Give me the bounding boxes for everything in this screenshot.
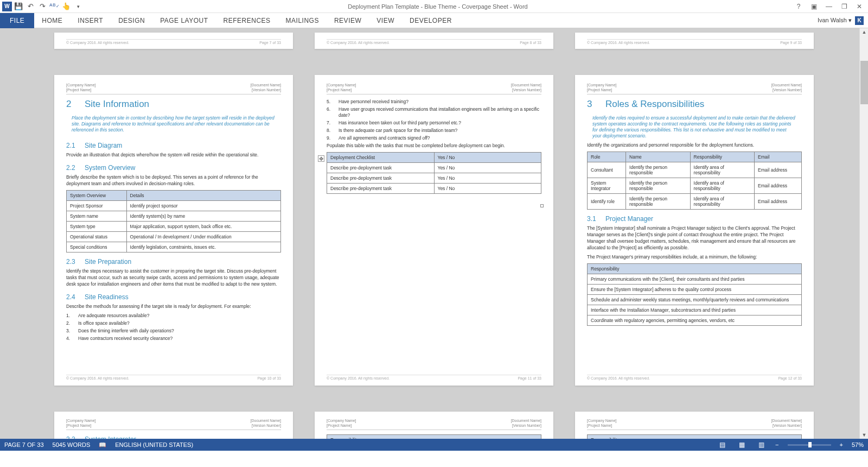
body-text: Provide an illustration that depicts whe…: [66, 152, 281, 159]
page-13-stub[interactable]: [Company Name][Project Name][Document Na…: [54, 412, 293, 439]
scroll-thumb[interactable]: [860, 61, 868, 104]
undo-button[interactable]: ↶: [25, 1, 36, 12]
page-15-stub[interactable]: [Company Name][Project Name][Document Na…: [575, 412, 814, 439]
web-layout-icon[interactable]: ▥: [756, 440, 767, 450]
roles-table[interactable]: RoleNameResponsibilityEmail ConsultantId…: [587, 152, 802, 210]
scroll-down-icon[interactable]: ▼: [860, 431, 868, 439]
body-text: The Project Manager's primary responsibi…: [587, 254, 802, 261]
ribbon-options-icon[interactable]: ▣: [807, 1, 820, 12]
tab-references[interactable]: REFERENCES: [216, 13, 278, 28]
page-stub-8: © Company 2016. All rights reserved.Page…: [315, 33, 553, 49]
user-avatar[interactable]: K: [855, 16, 864, 25]
system-overview-table[interactable]: System OverviewDetails Project SponsorId…: [66, 190, 281, 253]
page-count[interactable]: PAGE 7 OF 33: [4, 441, 44, 448]
tab-view[interactable]: VIEW: [369, 13, 402, 28]
page-11[interactable]: [Company Name][Project Name][Document Na…: [315, 75, 553, 386]
maximize-icon[interactable]: ❐: [838, 1, 851, 12]
scroll-up-icon[interactable]: ▲: [860, 28, 868, 36]
pm-responsibility-table[interactable]: Responsibility Primary communications wi…: [587, 263, 802, 326]
body-text: Populate this table with the tasks that …: [327, 143, 541, 149]
heading-project-manager: 3.1Project Manager: [587, 215, 802, 223]
close-icon[interactable]: ✕: [853, 1, 866, 12]
save-button[interactable]: 💾: [13, 1, 24, 12]
heading-site-diagram: 2.1Site Diagram: [66, 142, 281, 149]
heading-site-readiness: 2.4Site Readiness: [66, 293, 281, 301]
zoom-in-button[interactable]: +: [840, 441, 843, 448]
heading-system-overview: 2.2System Overview: [66, 164, 281, 172]
qat-customize-icon[interactable]: ▾: [73, 1, 84, 12]
body-text: Describe the methods for assessing if th…: [66, 304, 281, 310]
status-bar: PAGE 7 OF 33 5045 WORDS 📖 ENGLISH (UNITE…: [0, 439, 868, 451]
zoom-out-button[interactable]: −: [775, 441, 778, 448]
help-icon[interactable]: ?: [792, 1, 805, 12]
tab-page-layout[interactable]: PAGE LAYOUT: [152, 13, 215, 28]
intro-text: Place the deployment site in context by …: [66, 114, 281, 136]
tab-developer[interactable]: DEVELOPER: [402, 13, 459, 28]
print-layout-icon[interactable]: ▦: [736, 440, 747, 450]
readiness-list-cont: 5.Have personnel received training? 6.Ha…: [327, 99, 541, 141]
readiness-list: 1.Are adequate resources available? 2.Is…: [66, 313, 281, 342]
body-text: Briefly describe the system which is to …: [66, 174, 281, 187]
user-name[interactable]: Ivan Walsh ▾: [818, 17, 852, 24]
spellcheck-button[interactable]: ᴬᴮ✓: [49, 1, 60, 12]
redo-button[interactable]: ↷: [37, 1, 48, 12]
ribbon-tabs: FILE HOME INSERT DESIGN PAGE LAYOUT REFE…: [0, 13, 868, 28]
page-10[interactable]: [Company Name][Project Name][Document Na…: [54, 75, 293, 386]
word-count[interactable]: 5045 WORDS: [53, 441, 91, 448]
quick-access-toolbar: W 💾 ↶ ↷ ᴬᴮ✓ 👆 ▾: [2, 1, 84, 12]
word-icon[interactable]: W: [2, 2, 12, 11]
tab-design[interactable]: DESIGN: [111, 13, 152, 28]
page-14-stub[interactable]: [Company Name][Project Name][Document Na…: [315, 412, 553, 439]
responsibility-table[interactable]: Responsibility Test equipment connectivi…: [587, 434, 802, 439]
deployment-checklist-table[interactable]: Deployment ChecklistYes / No Describe pr…: [327, 152, 541, 194]
table-resize-handle-icon[interactable]: [540, 204, 544, 207]
spell-check-status[interactable]: 📖: [99, 441, 106, 449]
zoom-slider[interactable]: [788, 444, 831, 446]
document-workspace[interactable]: © Company 2016. All rights reserved.Page…: [0, 28, 868, 439]
heading-site-information: 2Site Information: [66, 99, 281, 110]
zoom-level[interactable]: 57%: [852, 441, 864, 448]
tab-home[interactable]: HOME: [34, 13, 70, 28]
zoom-thumb[interactable]: [808, 442, 812, 447]
tab-review[interactable]: REVIEW: [327, 13, 369, 28]
heading-roles: 3Roles & Responsibilities: [587, 99, 802, 110]
body-text: Identify the organizations and personnel…: [587, 142, 802, 149]
language-status[interactable]: ENGLISH (UNITED STATES): [115, 441, 193, 448]
heading-site-preparation: 2.3Site Preparation: [66, 258, 281, 266]
page-stub-9: © Company 2016. All rights reserved.Page…: [575, 33, 814, 49]
window-title: Deployment Plan Template - Blue Theme - …: [84, 3, 792, 10]
body-text: The [System Integrator] shall nominate a…: [587, 225, 802, 251]
title-bar: W 💾 ↶ ↷ ᴬᴮ✓ 👆 ▾ Deployment Plan Template…: [0, 0, 868, 13]
minimize-icon[interactable]: —: [822, 1, 835, 12]
touch-mode-button[interactable]: 👆: [61, 1, 72, 12]
table-move-handle-icon[interactable]: ✥: [318, 155, 324, 162]
read-mode-icon[interactable]: ▤: [717, 440, 727, 450]
vertical-scrollbar[interactable]: ▲ ▼: [859, 28, 868, 439]
responsibility-table[interactable]: Responsibility Oversee the post-commissi…: [327, 434, 541, 439]
body-text: Identify the steps necessary to assist t…: [66, 268, 281, 288]
page-stub-7: © Company 2016. All rights reserved.Page…: [54, 33, 293, 49]
heading-system-integrator: 3.2System Integrator: [66, 436, 281, 439]
tab-file[interactable]: FILE: [0, 13, 34, 28]
tab-insert[interactable]: INSERT: [70, 13, 111, 28]
page-12[interactable]: [Company Name][Project Name][Document Na…: [575, 75, 814, 386]
tab-mailings[interactable]: MAILINGS: [278, 13, 327, 28]
intro-text: Identify the roles required to ensure a …: [587, 114, 802, 142]
